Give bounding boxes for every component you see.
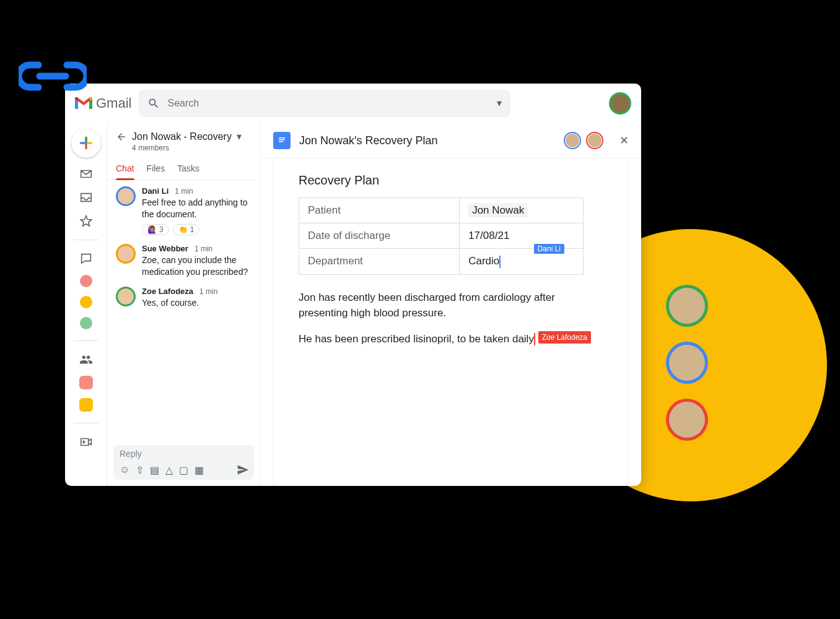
upload-icon[interactable]: ⇧ — [136, 464, 144, 476]
chevron-down-icon[interactable]: ▾ — [237, 131, 242, 142]
message-text: Zoe, can you include the medication you … — [142, 254, 252, 278]
cell-value: Cardio Dani Li — [460, 249, 584, 275]
chat-header: Jon Nowak - Recovery ▾ 4 members — [107, 123, 260, 157]
video-icon[interactable]: ▢ — [179, 464, 188, 476]
message-text: Feel free to add anything to the documen… — [142, 197, 252, 220]
message: Zoe Lafodeza1 min Yes, of course. — [116, 287, 252, 309]
cell-label: Date of discharge — [299, 223, 460, 249]
calendar-icon[interactable]: ▦ — [195, 464, 204, 476]
space-item-red[interactable] — [79, 376, 93, 389]
svg-rect-4 — [279, 139, 285, 141]
collaborator-avatar[interactable] — [564, 132, 581, 149]
collaborator-avatar[interactable] — [586, 132, 603, 149]
message-time: 1 min — [175, 187, 193, 196]
svg-rect-2 — [277, 135, 287, 146]
app-body: Jon Nowak - Recovery ▾ 4 members Chat Fi… — [65, 123, 641, 486]
doc-content[interactable]: Recovery Plan Patient Jon Nowak Date of … — [273, 158, 629, 486]
info-table: Patient Jon Nowak Date of discharge 17/0… — [299, 197, 584, 275]
avatar — [666, 342, 708, 384]
emoji-icon[interactable]: ☺ — [120, 464, 129, 476]
avatar — [666, 285, 708, 327]
tab-chat[interactable]: Chat — [116, 163, 134, 180]
cell-value: Jon Nowak — [460, 198, 584, 223]
link-icon-decoration — [19, 59, 87, 93]
sender-name: Sue Webber — [142, 244, 188, 253]
tab-files[interactable]: Files — [147, 163, 165, 180]
close-icon[interactable]: ✕ — [619, 134, 629, 147]
search-options-icon[interactable]: ▾ — [497, 97, 502, 109]
paragraph: Jon has recently been discharged from ca… — [299, 290, 603, 321]
chat-icon[interactable] — [79, 251, 94, 266]
status-dot-green[interactable] — [80, 317, 92, 329]
reply-placeholder: Reply — [120, 449, 142, 459]
status-dot-red[interactable] — [80, 275, 92, 287]
table-row: Department Cardio Dani Li — [299, 249, 584, 275]
chat-tabs: Chat Files Tasks — [107, 157, 260, 180]
compose-button[interactable] — [71, 128, 101, 158]
room-title[interactable]: Jon Nowak - Recovery — [132, 131, 232, 142]
message-text: Yes, of course. — [142, 297, 252, 309]
mail-icon[interactable] — [79, 167, 94, 181]
message: Dani Li1 min Feel free to add anything t… — [116, 186, 252, 235]
google-docs-icon — [273, 132, 291, 149]
sender-name: Dani Li — [142, 186, 168, 196]
cell-label: Patient — [299, 198, 460, 223]
search-input[interactable] — [167, 98, 489, 109]
status-dot-yellow[interactable] — [80, 296, 92, 308]
message-time: 1 min — [199, 287, 217, 296]
cell-value: 17/08/21 — [460, 223, 584, 249]
message: Sue Webber1 min Zoe, can you include the… — [116, 244, 252, 278]
left-rail — [65, 123, 107, 486]
search-icon — [147, 97, 160, 110]
gmail-window: Gmail ▾ — [65, 84, 641, 486]
collaborator-cursor-tag: Zoe Lafodeza — [538, 331, 591, 344]
avatar[interactable] — [116, 287, 136, 306]
message-time: 1 min — [195, 245, 212, 253]
gmail-logo[interactable]: Gmail — [75, 95, 131, 111]
member-count: 4 members — [132, 144, 252, 152]
docs-icon[interactable]: ▤ — [150, 464, 159, 476]
collaborator-cursor-tag: Dani Li — [534, 244, 564, 254]
avatar[interactable] — [116, 186, 136, 206]
back-icon[interactable] — [116, 131, 127, 142]
reaction[interactable]: 👏1 — [173, 224, 200, 235]
doc-heading: Recovery Plan — [299, 173, 603, 188]
table-row: Patient Jon Nowak — [299, 198, 584, 223]
people-icon[interactable] — [79, 352, 94, 367]
chat-panel: Jon Nowak - Recovery ▾ 4 members Chat Fi… — [107, 123, 261, 486]
search-bar[interactable]: ▾ — [139, 90, 510, 117]
avatar[interactable] — [116, 244, 136, 264]
inbox-icon[interactable] — [79, 190, 94, 205]
header-bar: Gmail ▾ — [65, 84, 641, 123]
message-list: Dani Li1 min Feel free to add anything t… — [107, 180, 260, 440]
drive-icon[interactable]: △ — [165, 464, 173, 476]
reaction[interactable]: 🙋🏽‍♀️3 — [142, 224, 169, 235]
paragraph: He has been prescribed lisinopril, to be… — [299, 331, 603, 347]
svg-rect-3 — [279, 137, 285, 139]
meet-icon[interactable] — [79, 435, 94, 449]
doc-title: Jon Nowak's Recovery Plan — [299, 134, 559, 147]
star-icon[interactable] — [79, 214, 94, 228]
avatar — [666, 399, 708, 441]
reply-input[interactable]: Reply ☺ ⇧ ▤ △ ▢ ▦ — [113, 445, 254, 480]
cell-label: Department — [299, 249, 460, 275]
space-item-yellow[interactable] — [79, 398, 93, 412]
document-panel: Jon Nowak's Recovery Plan ✕ Recovery Pla… — [261, 123, 641, 486]
send-icon[interactable] — [237, 464, 249, 476]
sender-name: Zoe Lafodeza — [142, 287, 193, 296]
doc-header: Jon Nowak's Recovery Plan ✕ — [261, 123, 641, 158]
account-avatar[interactable] — [609, 92, 631, 115]
svg-rect-5 — [279, 141, 283, 142]
tab-tasks[interactable]: Tasks — [177, 163, 199, 180]
avatar-stack-decoration — [666, 285, 708, 441]
gmail-brand-text: Gmail — [96, 95, 131, 111]
